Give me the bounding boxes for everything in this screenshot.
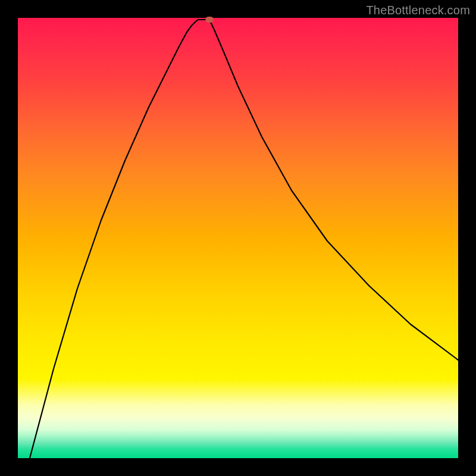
plot-area xyxy=(18,18,458,458)
optimal-marker xyxy=(206,17,214,23)
chart-frame: TheBottleneck.com xyxy=(0,0,476,476)
curve-path xyxy=(30,20,458,458)
watermark-text: TheBottleneck.com xyxy=(366,4,470,17)
bottleneck-curve xyxy=(18,18,458,458)
